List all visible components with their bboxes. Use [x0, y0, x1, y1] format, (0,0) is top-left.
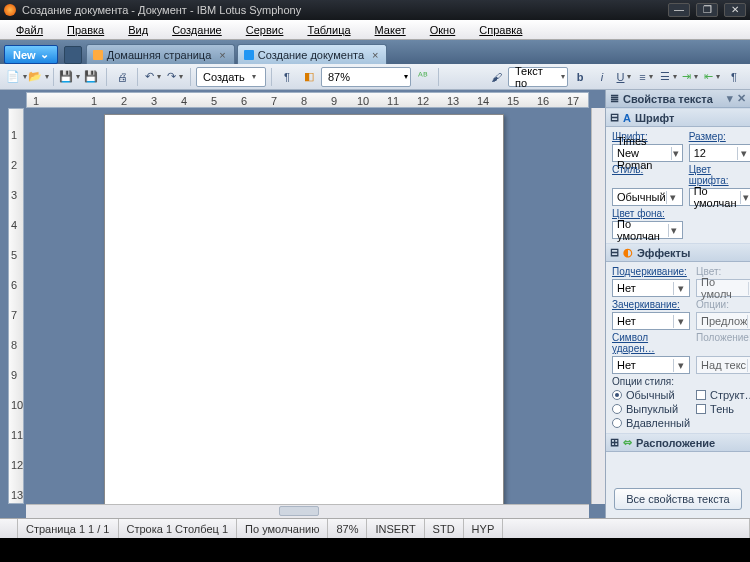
- radio-convex[interactable]: Выпуклый: [612, 403, 690, 415]
- nonprinting-button[interactable]: ¶: [277, 67, 297, 87]
- underline-label: Подчеркивание:: [612, 266, 690, 277]
- accent-label: Символ ударен…: [612, 332, 690, 354]
- horizontal-scrollbar[interactable]: [26, 504, 589, 518]
- menu-window[interactable]: Окно: [418, 22, 468, 38]
- brush-button[interactable]: 🖌: [486, 67, 506, 87]
- app-icon: [4, 4, 16, 16]
- section-font[interactable]: ⊟ A Шрифт: [606, 108, 750, 127]
- horizontal-ruler[interactable]: 1 1 2 3 4 5 6 7 8 9 10 11 12 13 14 15 16…: [26, 92, 589, 108]
- titlebar: Создание документа - Документ - IBM Lotu…: [0, 0, 750, 20]
- font-color-label: Цвет шрифта:: [689, 164, 750, 186]
- page[interactable]: [104, 114, 504, 504]
- status-spacer: [503, 519, 750, 538]
- indent-inc-button[interactable]: ⇥: [680, 67, 700, 87]
- scroll-thumb[interactable]: [279, 506, 319, 516]
- tabbar: New⌄ Домашняя страница × Создание докуме…: [0, 40, 750, 64]
- letter-icon: A: [623, 112, 631, 124]
- tab-document[interactable]: Создание документа ×: [237, 44, 388, 64]
- menu-create[interactable]: Создание: [160, 22, 234, 38]
- nav-button[interactable]: ◧: [299, 67, 319, 87]
- strike-label: Зачеркивание:: [612, 299, 690, 310]
- status-std[interactable]: STD: [425, 519, 464, 538]
- font-select[interactable]: Times New Roman▾: [612, 144, 683, 162]
- text-props-icon: ≣: [610, 92, 619, 105]
- menu-view[interactable]: Вид: [116, 22, 160, 38]
- menu-edit[interactable]: Правка: [55, 22, 116, 38]
- radio-pressed[interactable]: Вдавленный: [612, 417, 690, 429]
- position-label: Положение:: [696, 332, 750, 354]
- strike-select[interactable]: Нет▾: [612, 312, 690, 330]
- section-effects[interactable]: ⊟ ◐ Эффекты: [606, 243, 750, 262]
- underline-button[interactable]: U: [614, 67, 634, 87]
- section-location[interactable]: ⊞ ⇔ Расположение: [606, 433, 750, 452]
- window-title: Создание документа - Документ - IBM Lotu…: [22, 4, 301, 16]
- status-hyp[interactable]: HYP: [464, 519, 504, 538]
- text-combo[interactable]: Текст по: [508, 67, 568, 87]
- font-color-select[interactable]: По умолчан▾: [689, 188, 750, 206]
- menu-table[interactable]: Таблица: [295, 22, 362, 38]
- align-button[interactable]: ≡: [636, 67, 656, 87]
- tab-document-label: Создание документа: [258, 49, 364, 61]
- save-as-button[interactable]: 💾: [81, 67, 101, 87]
- menu-icon[interactable]: ▾: [727, 92, 733, 105]
- check-struct[interactable]: Структ…: [696, 389, 750, 401]
- direction-button[interactable]: ¶: [724, 67, 744, 87]
- open-button[interactable]: 📂: [28, 67, 48, 87]
- options-label: Опции:: [696, 299, 750, 310]
- menu-tools[interactable]: Сервис: [234, 22, 296, 38]
- underline-color-select: По умолч▾: [696, 279, 750, 297]
- statusbar: Страница 1 1 / 1 Строка 1 Столбец 1 По у…: [0, 518, 750, 538]
- workspace: 1 1 2 3 4 5 6 7 8 9 10 11 12 13 14 15 16…: [0, 90, 750, 518]
- status-zoom[interactable]: 87%: [328, 519, 367, 538]
- status-cell-blank: [0, 519, 18, 538]
- properties-sidebar: ≣ Свойства текста ▾ ✕ ⊟ A Шрифт Шрифт: Р…: [605, 90, 750, 518]
- status-cursor: Строка 1 Столбец 1: [119, 519, 238, 538]
- minimize-button[interactable]: —: [668, 3, 690, 17]
- italic-button[interactable]: i: [592, 67, 612, 87]
- maximize-button[interactable]: ❐: [696, 3, 718, 17]
- size-select[interactable]: 12▾: [689, 144, 750, 162]
- thumbnails-icon[interactable]: [64, 46, 82, 64]
- print-button[interactable]: 🖨: [112, 67, 132, 87]
- style-opts-label: Опции стиля:: [612, 376, 750, 387]
- check-shadow[interactable]: Тень: [696, 403, 750, 415]
- menu-help[interactable]: Справка: [467, 22, 534, 38]
- status-default[interactable]: По умолчанию: [237, 519, 328, 538]
- radio-normal[interactable]: Обычный: [612, 389, 690, 401]
- close-icon[interactable]: ×: [372, 49, 378, 61]
- status-insert[interactable]: INSERT: [367, 519, 424, 538]
- new-button[interactable]: New⌄: [4, 45, 58, 64]
- new-doc-button[interactable]: 📄: [6, 67, 26, 87]
- list-button[interactable]: ☰: [658, 67, 678, 87]
- sidebar-title: ≣ Свойства текста ▾ ✕: [606, 90, 750, 108]
- style-label: Стиль:: [612, 164, 683, 186]
- underline-select[interactable]: Нет▾: [612, 279, 690, 297]
- bgcolor-select[interactable]: По умолчан▾: [612, 221, 683, 239]
- vertical-scrollbar[interactable]: [591, 108, 605, 504]
- menu-file[interactable]: Файл: [4, 22, 55, 38]
- collapse-icon: ⊟: [610, 246, 619, 259]
- bold-button[interactable]: b: [570, 67, 590, 87]
- save-button[interactable]: 💾: [59, 67, 79, 87]
- page-margin: [115, 185, 493, 504]
- close-panel-icon[interactable]: ✕: [737, 92, 746, 105]
- redo-button[interactable]: ↷: [165, 67, 185, 87]
- all-props-button[interactable]: Все свойства текста: [614, 488, 742, 510]
- undo-button[interactable]: ↶: [143, 67, 163, 87]
- zoom-combo[interactable]: 87% ▾: [321, 67, 411, 87]
- options-select: Предлож▾: [696, 312, 750, 330]
- home-icon: [93, 50, 103, 60]
- spellcheck-button[interactable]: ᴬᴮ: [413, 67, 433, 87]
- close-button[interactable]: ✕: [724, 3, 746, 17]
- create-combo[interactable]: Создать: [196, 67, 266, 87]
- style-select[interactable]: Обычный▾: [612, 188, 683, 206]
- document-canvas[interactable]: [24, 108, 591, 504]
- vertical-ruler[interactable]: 1 2 3 4 5 6 7 8 9 10 11 12 13: [8, 108, 24, 504]
- accent-select[interactable]: Нет▾: [612, 356, 690, 374]
- tab-home[interactable]: Домашняя страница ×: [86, 44, 235, 64]
- tab-home-label: Домашняя страница: [107, 49, 212, 61]
- indent-dec-button[interactable]: ⇤: [702, 67, 722, 87]
- menu-layout[interactable]: Макет: [363, 22, 418, 38]
- close-icon[interactable]: ×: [219, 49, 225, 61]
- effects-icon: ◐: [623, 246, 633, 259]
